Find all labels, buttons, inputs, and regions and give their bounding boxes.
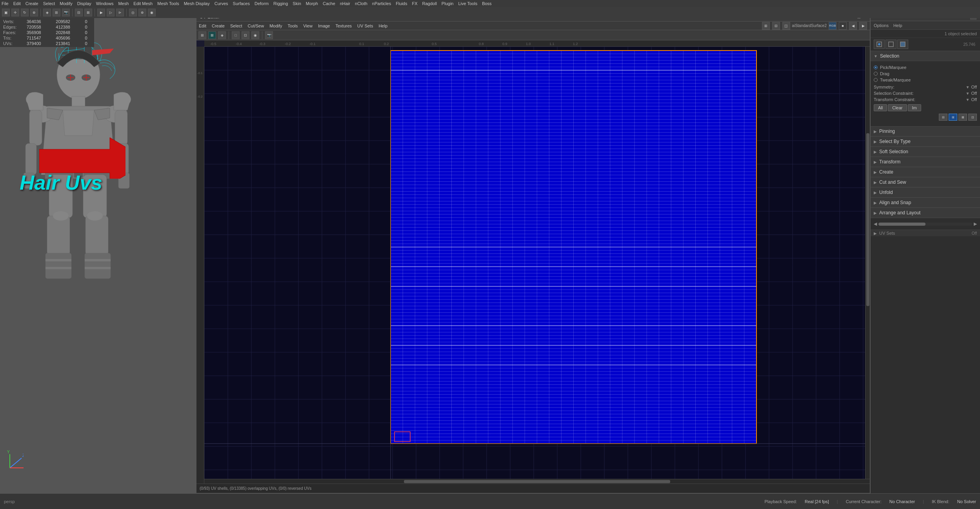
component-type-edge[interactable] (885, 40, 896, 49)
menu-ragdoll[interactable]: Ragdoll (422, 1, 437, 6)
uv-view-btn1[interactable]: ⊞ (762, 22, 770, 30)
toolbar-grid-btn[interactable]: ⊞ (53, 9, 60, 16)
component-type-uv[interactable] (874, 40, 885, 49)
grid-view-4[interactable]: ⊡ (968, 114, 977, 121)
menu-curves[interactable]: Curves (215, 1, 228, 6)
uv-v-scrollbar[interactable] (865, 47, 870, 479)
toolbar-render2-btn[interactable]: ▷ (107, 9, 115, 16)
uv-menu-tools[interactable]: Tools (288, 24, 298, 28)
uv-tb-camera[interactable]: 📷 (265, 31, 273, 39)
menu-fx[interactable]: FX (412, 1, 417, 6)
create-section-header[interactable]: ▶ Create (871, 167, 980, 177)
toolbar-move-btn[interactable]: ✛ (11, 9, 19, 16)
uv-menu-modify[interactable]: Modify (269, 24, 282, 28)
menu-nhair[interactable]: nHair (340, 1, 350, 6)
menu-skin[interactable]: Skin (293, 1, 301, 6)
viewport-3d[interactable]: Hair Uvs Z X Y (0, 18, 196, 493)
toolkit-scrollbar-thumb[interactable] (878, 223, 925, 226)
uv-menu-help[interactable]: Help (378, 24, 387, 28)
toolbar-select-btn[interactable]: ▣ (2, 9, 10, 16)
menu-plugin[interactable]: Plugin (442, 1, 454, 6)
menu-meshtools[interactable]: Mesh Tools (157, 1, 179, 6)
uv-menu-cutsew[interactable]: Cut/Sew (248, 24, 264, 28)
arrange-layout-section-header[interactable]: ▶ Arrange and Layout (871, 208, 980, 218)
uv-canvas[interactable] (204, 47, 870, 484)
uv-menu-textures[interactable]: Textures (335, 24, 352, 28)
grid-view-1[interactable]: ⊟ (939, 114, 947, 121)
toolbar-layout-btn[interactable]: ⊟ (75, 9, 83, 16)
toolbar-scale-btn[interactable]: ⊕ (30, 9, 38, 16)
menu-nparticles[interactable]: nParticles (372, 1, 391, 6)
all-button[interactable]: All (874, 104, 887, 111)
cut-and-sew-section-header[interactable]: ▶ Cut and Sew (871, 177, 980, 187)
uv-tb-tile[interactable]: ⊡ (242, 31, 249, 39)
menu-rigging[interactable]: Rigging (273, 1, 288, 6)
align-and-snap-section-header[interactable]: ▶ Align and Snap (871, 197, 980, 208)
uv-menu-uvsets[interactable]: UV Sets (357, 24, 373, 28)
menu-meshdisplay[interactable]: Mesh Display (184, 1, 210, 6)
scroll-right-btn[interactable]: ▶ (974, 221, 977, 226)
menu-modify[interactable]: Modify (60, 1, 72, 6)
toolbar-snap-btn[interactable]: ◈ (43, 9, 51, 16)
pinning-section-header[interactable]: ▶ Pinning (871, 126, 980, 136)
unfold-section-header[interactable]: ▶ Unfold (871, 187, 980, 197)
transform-section-header[interactable]: ▶ Transform (871, 157, 980, 167)
uv-rgb-btn[interactable]: RGB (829, 22, 836, 30)
grid-view-3[interactable]: ⊠ (958, 114, 967, 121)
uv-menu-edit[interactable]: Edit (199, 24, 206, 28)
uv-tb-rect[interactable]: □ (232, 31, 240, 39)
menu-create[interactable]: Create (25, 1, 38, 6)
scroll-left-btn[interactable]: ◀ (874, 221, 877, 226)
grid-view-2[interactable]: ⊞ (949, 114, 957, 121)
menu-surfaces[interactable]: Surfaces (233, 1, 250, 6)
uv-tb-grid[interactable]: ⊞ (198, 31, 206, 39)
component-type-face[interactable] (897, 40, 908, 49)
menu-fluids[interactable]: Fluids (396, 1, 407, 6)
menu-cache[interactable]: Cache (323, 1, 335, 6)
menu-deform[interactable]: Deform (255, 1, 269, 6)
uv-color-btn[interactable]: ■ (839, 22, 847, 30)
toolbar-camera-btn[interactable]: 📷 (62, 9, 70, 16)
uv-menu-create[interactable]: Create (212, 24, 225, 28)
uv-canvas-area[interactable]: -0.5 -0.4 -0.3 -0.2 -0.1 0.1 0.2 0.5 0.8… (196, 40, 870, 484)
toolkit-options[interactable]: Options (874, 23, 889, 28)
uv-menu-image[interactable]: Image (318, 24, 330, 28)
menu-ncloth[interactable]: nCloth (355, 1, 367, 6)
selection-section-header[interactable]: ▼ Selection (871, 51, 980, 61)
menu-edit[interactable]: Edit (13, 1, 21, 6)
toolkit-scrollbar[interactable] (878, 223, 972, 226)
select-by-type-section-header[interactable]: ▶ Select By Type (871, 136, 980, 147)
toolbar-smooth-btn[interactable]: ◉ (148, 9, 156, 16)
uv-tb-checker[interactable]: ⊠ (208, 31, 216, 39)
uv-menu-select[interactable]: Select (230, 24, 242, 28)
pick-marquee-radio[interactable] (874, 65, 878, 69)
uv-nav-left[interactable]: ◀ (849, 22, 857, 30)
menu-livetools[interactable]: Live Tools (458, 1, 477, 6)
toolbar-xray-btn[interactable]: ◎ (129, 9, 137, 16)
uv-view-btn3[interactable]: ◫ (782, 22, 790, 30)
v-scrollbar-thumb[interactable] (866, 133, 869, 306)
menu-file[interactable]: File (2, 1, 9, 6)
menu-editmesh[interactable]: Edit Mesh (133, 1, 153, 6)
uv-nav-right[interactable]: ▶ (859, 22, 867, 30)
uv-h-scrollbar[interactable] (204, 479, 870, 484)
toolbar-wire-btn[interactable]: ⊕ (138, 9, 146, 16)
menu-mesh[interactable]: Mesh (118, 1, 129, 6)
uv-canvas-content[interactable] (204, 47, 870, 484)
menu-display[interactable]: Display (77, 1, 91, 6)
menu-select[interactable]: Select (43, 1, 55, 6)
toolbar-panel-btn[interactable]: ⊠ (84, 9, 92, 16)
h-scrollbar-thumb[interactable] (404, 480, 670, 483)
toolbar-render3-btn[interactable]: ⊳ (116, 9, 124, 16)
toolbar-rotate-btn[interactable]: ↻ (21, 9, 29, 16)
toolkit-help[interactable]: Help (893, 23, 902, 28)
uv-sets-bar[interactable]: ▶ UV Sets Off (871, 230, 980, 236)
clear-button[interactable]: Clear (888, 104, 907, 111)
im-button[interactable]: Im (908, 104, 921, 111)
uv-menu-view[interactable]: View (303, 24, 313, 28)
tweak-marquee-radio[interactable] (874, 78, 878, 82)
drag-radio[interactable] (874, 72, 878, 76)
menu-windows[interactable]: Windows (96, 1, 114, 6)
soft-selection-section-header[interactable]: ▶ Soft Selection (871, 147, 980, 157)
toolbar-render-btn[interactable]: ▶ (97, 9, 105, 16)
